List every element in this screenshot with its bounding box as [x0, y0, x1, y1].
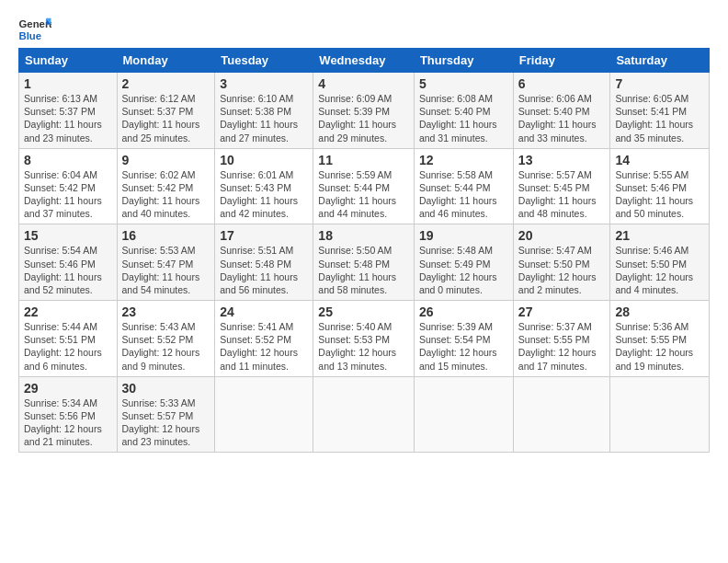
- calendar-cell: 24Sunrise: 5:41 AM Sunset: 5:52 PM Dayli…: [215, 301, 313, 377]
- day-number: 29: [24, 381, 112, 396]
- day-number: 2: [122, 76, 210, 91]
- calendar-cell: 23Sunrise: 5:43 AM Sunset: 5:52 PM Dayli…: [117, 301, 215, 377]
- day-number: 21: [615, 228, 704, 243]
- svg-text:Blue: Blue: [19, 30, 42, 41]
- day-number: 12: [419, 153, 508, 167]
- day-number: 28: [615, 304, 704, 319]
- day-number: 27: [518, 304, 606, 319]
- day-number: 10: [220, 153, 308, 167]
- day-info: Sunrise: 5:46 AM Sunset: 5:50 PM Dayligh…: [615, 244, 704, 296]
- day-info: Sunrise: 5:55 AM Sunset: 5:46 PM Dayligh…: [615, 168, 704, 221]
- day-info: Sunrise: 6:01 AM Sunset: 5:43 PM Dayligh…: [220, 168, 308, 221]
- day-number: 18: [318, 228, 409, 243]
- calendar-cell: 20Sunrise: 5:47 AM Sunset: 5:50 PM Dayli…: [513, 224, 610, 301]
- day-number: 19: [419, 228, 508, 243]
- day-info: Sunrise: 6:08 AM Sunset: 5:40 PM Dayligh…: [419, 92, 508, 144]
- calendar-cell: 26Sunrise: 5:39 AM Sunset: 5:54 PM Dayli…: [414, 301, 513, 377]
- calendar-cell: 18Sunrise: 5:50 AM Sunset: 5:48 PM Dayli…: [313, 224, 415, 301]
- day-info: Sunrise: 5:48 AM Sunset: 5:49 PM Dayligh…: [419, 244, 508, 296]
- calendar-cell: 21Sunrise: 5:46 AM Sunset: 5:50 PM Dayli…: [610, 224, 710, 301]
- day-info: Sunrise: 5:53 AM Sunset: 5:47 PM Dayligh…: [122, 244, 210, 296]
- day-number: 15: [24, 228, 112, 243]
- weekday-header-wednesday: Wednesday: [313, 49, 415, 73]
- day-info: Sunrise: 5:58 AM Sunset: 5:44 PM Dayligh…: [419, 168, 508, 221]
- day-info: Sunrise: 5:34 AM Sunset: 5:56 PM Dayligh…: [24, 396, 112, 449]
- day-info: Sunrise: 5:39 AM Sunset: 5:54 PM Dayligh…: [419, 320, 508, 373]
- calendar-cell: [513, 376, 610, 453]
- calendar-cell: [313, 376, 415, 453]
- day-info: Sunrise: 6:02 AM Sunset: 5:42 PM Dayligh…: [122, 168, 210, 221]
- day-info: Sunrise: 5:50 AM Sunset: 5:48 PM Dayligh…: [318, 244, 409, 296]
- day-number: 1: [24, 76, 112, 91]
- calendar-cell: 19Sunrise: 5:48 AM Sunset: 5:49 PM Dayli…: [414, 224, 513, 301]
- calendar-week-2: 8Sunrise: 6:04 AM Sunset: 5:42 PM Daylig…: [19, 148, 710, 224]
- day-number: 6: [518, 76, 606, 91]
- calendar-week-1: 1Sunrise: 6:13 AM Sunset: 5:37 PM Daylig…: [19, 73, 710, 149]
- calendar-cell: [414, 376, 513, 453]
- day-number: 14: [615, 153, 704, 167]
- calendar-page: General Blue SundayMondayTuesdayWednesda…: [0, 0, 728, 462]
- day-info: Sunrise: 6:13 AM Sunset: 5:37 PM Dayligh…: [24, 92, 112, 144]
- day-number: 25: [318, 304, 409, 319]
- weekday-header-monday: Monday: [117, 49, 215, 73]
- calendar-cell: 1Sunrise: 6:13 AM Sunset: 5:37 PM Daylig…: [19, 73, 118, 149]
- weekday-header-friday: Friday: [513, 49, 610, 73]
- calendar-week-3: 15Sunrise: 5:54 AM Sunset: 5:46 PM Dayli…: [19, 224, 710, 301]
- day-info: Sunrise: 6:10 AM Sunset: 5:38 PM Dayligh…: [220, 92, 308, 144]
- day-number: 7: [615, 76, 704, 91]
- calendar-cell: 3Sunrise: 6:10 AM Sunset: 5:38 PM Daylig…: [215, 73, 313, 149]
- day-info: Sunrise: 5:41 AM Sunset: 5:52 PM Dayligh…: [220, 320, 308, 373]
- day-info: Sunrise: 6:12 AM Sunset: 5:37 PM Dayligh…: [122, 92, 210, 144]
- calendar-cell: 25Sunrise: 5:40 AM Sunset: 5:53 PM Dayli…: [313, 301, 415, 377]
- calendar-cell: 13Sunrise: 5:57 AM Sunset: 5:45 PM Dayli…: [513, 148, 610, 224]
- weekday-header-tuesday: Tuesday: [215, 49, 313, 73]
- calendar-cell: 29Sunrise: 5:34 AM Sunset: 5:56 PM Dayli…: [19, 376, 118, 453]
- day-number: 11: [318, 153, 409, 167]
- day-number: 23: [122, 304, 210, 319]
- day-info: Sunrise: 5:43 AM Sunset: 5:52 PM Dayligh…: [122, 320, 210, 373]
- calendar-cell: 27Sunrise: 5:37 AM Sunset: 5:55 PM Dayli…: [513, 301, 610, 377]
- day-info: Sunrise: 6:05 AM Sunset: 5:41 PM Dayligh…: [615, 92, 704, 144]
- day-number: 3: [220, 76, 308, 91]
- day-info: Sunrise: 5:59 AM Sunset: 5:44 PM Dayligh…: [318, 168, 409, 221]
- day-number: 16: [122, 228, 210, 243]
- day-number: 5: [419, 76, 508, 91]
- calendar-cell: 17Sunrise: 5:51 AM Sunset: 5:48 PM Dayli…: [215, 224, 313, 301]
- day-info: Sunrise: 5:33 AM Sunset: 5:57 PM Dayligh…: [122, 396, 210, 449]
- day-info: Sunrise: 5:57 AM Sunset: 5:45 PM Dayligh…: [518, 168, 606, 221]
- weekday-header-row: SundayMondayTuesdayWednesdayThursdayFrid…: [19, 49, 710, 73]
- calendar-cell: [610, 376, 710, 453]
- calendar-cell: 9Sunrise: 6:02 AM Sunset: 5:42 PM Daylig…: [117, 148, 215, 224]
- day-info: Sunrise: 5:40 AM Sunset: 5:53 PM Dayligh…: [318, 320, 409, 373]
- day-number: 30: [122, 381, 210, 396]
- calendar-week-4: 22Sunrise: 5:44 AM Sunset: 5:51 PM Dayli…: [19, 301, 710, 377]
- calendar-cell: 28Sunrise: 5:36 AM Sunset: 5:55 PM Dayli…: [610, 301, 710, 377]
- calendar-cell: 7Sunrise: 6:05 AM Sunset: 5:41 PM Daylig…: [610, 73, 710, 149]
- day-info: Sunrise: 6:04 AM Sunset: 5:42 PM Dayligh…: [24, 168, 112, 221]
- calendar-cell: 12Sunrise: 5:58 AM Sunset: 5:44 PM Dayli…: [414, 148, 513, 224]
- day-number: 9: [122, 153, 210, 167]
- calendar-cell: 8Sunrise: 6:04 AM Sunset: 5:42 PM Daylig…: [19, 148, 118, 224]
- day-number: 20: [518, 228, 606, 243]
- calendar-cell: 5Sunrise: 6:08 AM Sunset: 5:40 PM Daylig…: [414, 73, 513, 149]
- day-info: Sunrise: 5:44 AM Sunset: 5:51 PM Dayligh…: [24, 320, 112, 373]
- calendar-cell: 22Sunrise: 5:44 AM Sunset: 5:51 PM Dayli…: [19, 301, 118, 377]
- calendar-cell: 11Sunrise: 5:59 AM Sunset: 5:44 PM Dayli…: [313, 148, 415, 224]
- calendar-cell: 16Sunrise: 5:53 AM Sunset: 5:47 PM Dayli…: [117, 224, 215, 301]
- calendar-cell: 30Sunrise: 5:33 AM Sunset: 5:57 PM Dayli…: [117, 376, 215, 453]
- day-info: Sunrise: 5:37 AM Sunset: 5:55 PM Dayligh…: [518, 320, 606, 373]
- day-number: 24: [220, 304, 308, 319]
- calendar-cell: 4Sunrise: 6:09 AM Sunset: 5:39 PM Daylig…: [313, 73, 415, 149]
- day-number: 8: [24, 153, 112, 167]
- logo-icon: General Blue: [18, 17, 51, 42]
- calendar-cell: 2Sunrise: 6:12 AM Sunset: 5:37 PM Daylig…: [117, 73, 215, 149]
- calendar-cell: 6Sunrise: 6:06 AM Sunset: 5:40 PM Daylig…: [513, 73, 610, 149]
- calendar-cell: 10Sunrise: 6:01 AM Sunset: 5:43 PM Dayli…: [215, 148, 313, 224]
- calendar-cell: 14Sunrise: 5:55 AM Sunset: 5:46 PM Dayli…: [610, 148, 710, 224]
- day-number: 26: [419, 304, 508, 319]
- weekday-header-thursday: Thursday: [414, 49, 513, 73]
- weekday-header-saturday: Saturday: [610, 49, 710, 73]
- calendar-cell: 15Sunrise: 5:54 AM Sunset: 5:46 PM Dayli…: [19, 224, 118, 301]
- day-info: Sunrise: 5:54 AM Sunset: 5:46 PM Dayligh…: [24, 244, 112, 296]
- calendar-cell: [215, 376, 313, 453]
